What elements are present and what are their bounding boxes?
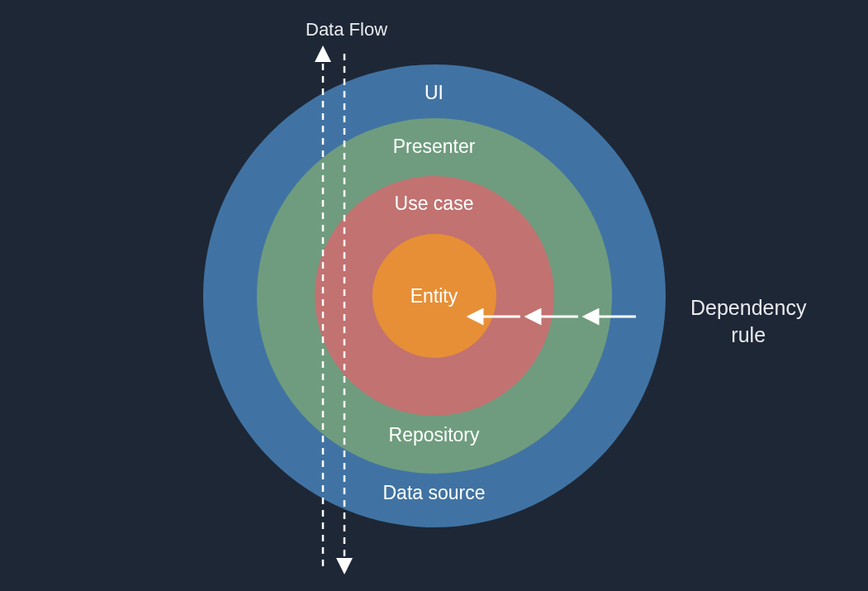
dependency-rule-line1: Dependency xyxy=(690,296,806,319)
dependency-rule-label: Dependency rule xyxy=(690,294,806,348)
dependency-rule-line2: rule xyxy=(731,323,766,346)
label-entity: Entity xyxy=(410,285,458,307)
label-ui: UI xyxy=(425,82,443,104)
data-flow-title: Data Flow xyxy=(306,19,387,41)
label-usecase: Use case xyxy=(395,193,474,215)
label-datasource: Data source xyxy=(382,482,485,504)
label-repository: Repository xyxy=(389,424,480,446)
label-presenter: Presenter xyxy=(393,136,476,158)
